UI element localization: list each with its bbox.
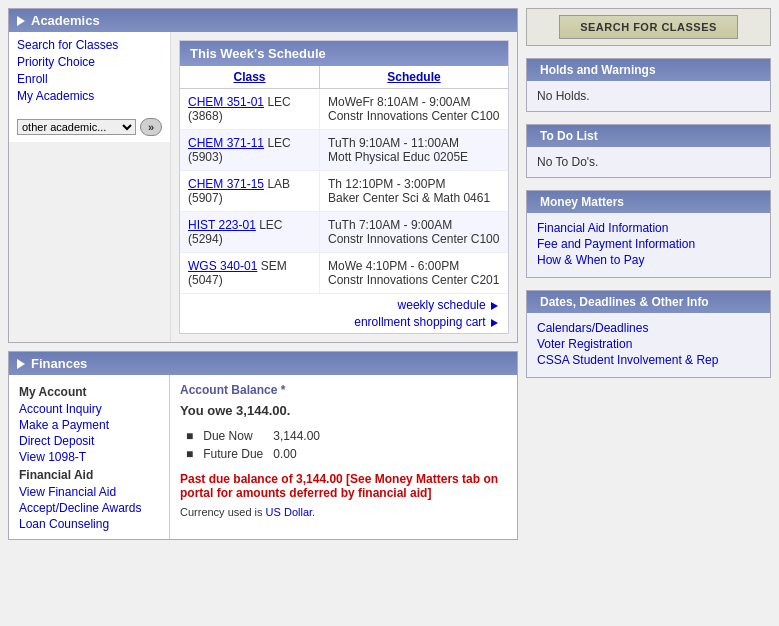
academics-nav: Search for Classes Priority Choice Enrol… — [9, 32, 170, 112]
class-column-header[interactable]: Class — [180, 66, 320, 88]
dates-title: Dates, Deadlines & Other Info — [540, 295, 709, 309]
arrow-right-icon — [491, 302, 498, 310]
class-cell: CHEM 371-15 LAB (5907) — [180, 171, 320, 211]
table-row: ■ Future Due 0.00 — [182, 446, 324, 462]
class-cell: CHEM 371-11 LEC (5903) — [180, 130, 320, 170]
financial-aid-title: Financial Aid — [19, 468, 159, 482]
schedule-cell: TuTh 7:10AM - 9:00AMConstr Innovations C… — [320, 212, 508, 252]
future-due-label: Future Due — [199, 446, 267, 462]
schedule-cell: MoWe 4:10PM - 6:00PMConstr Innovations C… — [320, 253, 508, 293]
weekly-schedule-link[interactable]: weekly schedule — [398, 298, 486, 312]
table-row: CHEM 351-01 LEC (3868) MoWeFr 8:10AM - 9… — [180, 89, 508, 130]
todo-title: To Do List — [540, 129, 598, 143]
academics-title: Academics — [31, 13, 100, 28]
schedule-cell: MoWeFr 8:10AM - 9:00AMConstr Innovations… — [320, 89, 508, 129]
todo-header: To Do List — [527, 125, 770, 147]
todo-content: No To Do's. — [527, 147, 770, 177]
class-cell: CHEM 351-01 LEC (3868) — [180, 89, 320, 129]
table-row: HIST 223-01 LEC (5294) TuTh 7:10AM - 9:0… — [180, 212, 508, 253]
my-account-title: My Account — [19, 385, 159, 399]
academics-dropdown-row: other academic... Advising Transfer Cred… — [9, 112, 170, 142]
enroll-link[interactable]: Enroll — [17, 72, 162, 86]
search-classes-link[interactable]: Search for Classes — [17, 38, 162, 52]
owe-amount: You owe 3,144.00. — [180, 403, 507, 418]
money-section: Money Matters Financial Aid Information … — [526, 190, 771, 278]
view-1098t-link[interactable]: View 1098-T — [19, 450, 159, 464]
schedule-cell: Th 12:10PM - 3:00PMBaker Center Sci & Ma… — [320, 171, 508, 211]
schedule-footer: weekly schedule enrollment shopping cart — [180, 294, 508, 333]
priority-choice-link[interactable]: Priority Choice — [17, 55, 162, 69]
due-now-label: Due Now — [199, 428, 267, 444]
view-financial-aid-link[interactable]: View Financial Aid — [19, 485, 159, 499]
collapse-icon — [17, 359, 25, 369]
dates-section: Dates, Deadlines & Other Info Calendars/… — [526, 290, 771, 378]
cssa-link[interactable]: CSSA Student Involvement & Rep — [537, 353, 760, 367]
todo-section: To Do List No To Do's. — [526, 124, 771, 178]
money-content: Financial Aid Information Fee and Paymen… — [527, 213, 770, 277]
class-link[interactable]: CHEM 371-11 — [188, 136, 264, 150]
enrollment-cart-link[interactable]: enrollment shopping cart — [354, 315, 485, 329]
holds-title: Holds and Warnings — [540, 63, 656, 77]
search-for-classes-button[interactable]: Search For Classes — [559, 15, 738, 39]
currency-link[interactable]: US Dollar — [266, 506, 312, 518]
todo-text: No To Do's. — [537, 155, 598, 169]
account-balance-panel: Account Balance * You owe 3,144.00. ■ Du… — [169, 375, 517, 539]
past-due-notice: Past due balance of 3,144.00 [See Money … — [180, 472, 507, 500]
schedule-column-header[interactable]: Schedule — [320, 66, 508, 88]
financial-aid-info-link[interactable]: Financial Aid Information — [537, 221, 760, 235]
how-when-pay-link[interactable]: How & When to Pay — [537, 253, 760, 267]
holds-header: Holds and Warnings — [527, 59, 770, 81]
schedule-table-container: This Week's Schedule Class Schedule CHEM… — [179, 40, 509, 334]
collapse-icon — [17, 16, 25, 26]
calendars-link[interactable]: Calendars/Deadlines — [537, 321, 760, 335]
make-payment-link[interactable]: Make a Payment — [19, 418, 159, 432]
my-academics-link[interactable]: My Academics — [17, 89, 162, 103]
voter-reg-link[interactable]: Voter Registration — [537, 337, 760, 351]
table-row: WGS 340-01 SEM (5047) MoWe 4:10PM - 6:00… — [180, 253, 508, 294]
loan-counseling-link[interactable]: Loan Counseling — [19, 517, 159, 531]
search-btn-container: Search For Classes — [526, 8, 771, 46]
academics-dropdown[interactable]: other academic... Advising Transfer Cred… — [17, 119, 136, 135]
finances-header: Finances — [9, 352, 517, 375]
schedule-cell: TuTh 9:10AM - 11:00AMMott Physical Educ … — [320, 130, 508, 170]
class-link[interactable]: CHEM 351-01 — [188, 95, 264, 109]
finances-title: Finances — [31, 356, 87, 371]
finances-nav: My Account Account Inquiry Make a Paymen… — [9, 375, 169, 539]
currency-note: Currency used is US Dollar. — [180, 506, 507, 518]
money-header: Money Matters — [527, 191, 770, 213]
dates-content: Calendars/Deadlines Voter Registration C… — [527, 313, 770, 377]
holds-section: Holds and Warnings No Holds. — [526, 58, 771, 112]
holds-content: No Holds. — [527, 81, 770, 111]
go-button[interactable]: » — [140, 118, 162, 136]
money-title: Money Matters — [540, 195, 624, 209]
class-cell: WGS 340-01 SEM (5047) — [180, 253, 320, 293]
academics-header: Academics — [9, 9, 517, 32]
balance-title: Account Balance * — [180, 383, 507, 397]
due-now-value: 3,144.00 — [269, 428, 324, 444]
finances-section: Finances My Account Account Inquiry Make… — [8, 351, 518, 540]
class-link[interactable]: HIST 223-01 — [188, 218, 256, 232]
balance-table: ■ Due Now 3,144.00 ■ Future Due 0.00 — [180, 426, 326, 464]
direct-deposit-link[interactable]: Direct Deposit — [19, 434, 159, 448]
class-cell: HIST 223-01 LEC (5294) — [180, 212, 320, 252]
schedule-header: This Week's Schedule — [180, 41, 508, 66]
finances-content: My Account Account Inquiry Make a Paymen… — [9, 375, 517, 539]
table-row: CHEM 371-15 LAB (5907) Th 12:10PM - 3:00… — [180, 171, 508, 212]
accept-decline-link[interactable]: Accept/Decline Awards — [19, 501, 159, 515]
table-row: ■ Due Now 3,144.00 — [182, 428, 324, 444]
fee-payment-link[interactable]: Fee and Payment Information — [537, 237, 760, 251]
account-inquiry-link[interactable]: Account Inquiry — [19, 402, 159, 416]
dates-header: Dates, Deadlines & Other Info — [527, 291, 770, 313]
class-link[interactable]: WGS 340-01 — [188, 259, 257, 273]
table-row: CHEM 371-11 LEC (5903) TuTh 9:10AM - 11:… — [180, 130, 508, 171]
class-link[interactable]: CHEM 371-15 — [188, 177, 264, 191]
holds-text: No Holds. — [537, 89, 590, 103]
schedule-rows: CHEM 351-01 LEC (3868) MoWeFr 8:10AM - 9… — [180, 89, 508, 294]
schedule-column-headers: Class Schedule — [180, 66, 508, 89]
arrow-right-icon — [491, 319, 498, 327]
future-due-value: 0.00 — [269, 446, 324, 462]
